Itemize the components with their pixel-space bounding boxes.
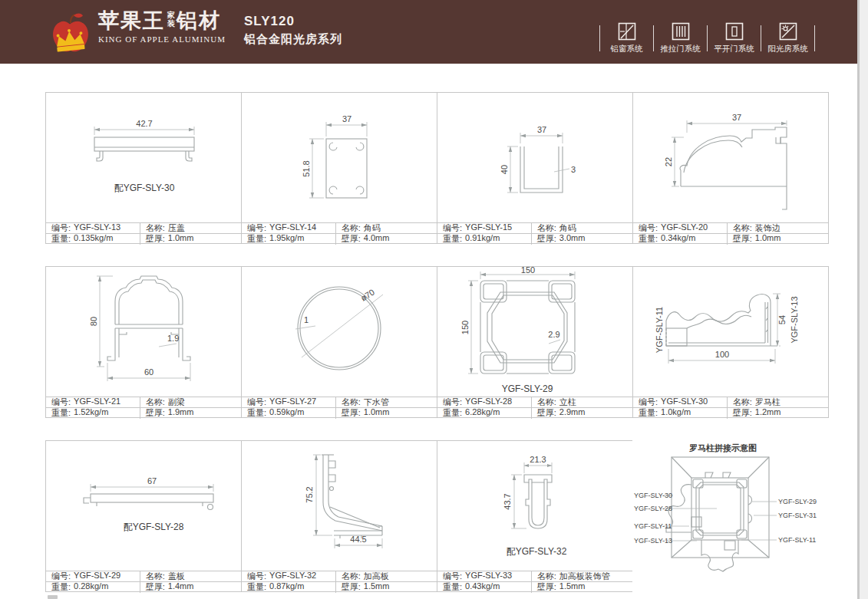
nav-sunroom-system[interactable]: 阳光房系统 — [762, 22, 814, 54]
dim-label: 100 — [715, 350, 729, 359]
product-cell-ygf-sly-32: 75.2 44.5 编号:YGF-SLY-32 名称:加高板 重量:0.87kg… — [241, 440, 437, 592]
product-cell-ygf-sly-28: 150 150 2.9 YGF-SLY-29 编号:YGF-SLY-28 — [437, 266, 633, 418]
spec-thickness: 3.0mm — [559, 233, 586, 245]
spec-table: 编号:YGF-SLY-15 名称:角码 重量:0.91kg/m 壁厚:3.0mm — [437, 222, 632, 243]
profile-drawing-ygf-sly-21: 80 1.9 60 — [46, 267, 241, 398]
drawing-caption: YGF-SLY-29 — [502, 383, 553, 394]
dim-label: 22 — [664, 157, 673, 166]
series-name: 铝合金阳光房系列 — [244, 32, 342, 47]
spec-weight: 1.52kg/m — [74, 407, 108, 419]
series-code: SLY120 — [244, 14, 342, 29]
product-cell-ygf-sly-33: 21.3 43.7 配YGF-SLY-32 编号:YGF-SLY-33 名称:加… — [437, 440, 633, 592]
assembly-diagram-cell: 罗马柱拼接示意图 YGF-SLY-30 YGF-SLY — [632, 440, 829, 592]
brand-name-cn: 苹果王 — [98, 9, 165, 32]
dim-label: 67 — [147, 476, 157, 485]
page-edge-shadow — [857, 0, 868, 599]
spec-table: 编号:YGF-SLY-27 名称:下水管 重量:0.59kg/m 壁厚:1.0m… — [242, 397, 437, 417]
nav-casement-door-system[interactable]: 平开门系统 — [708, 22, 760, 54]
spec-weight: 1.95kg/m — [269, 233, 304, 245]
spec-weight: 0.87kg/m — [269, 581, 304, 593]
product-cell-ygf-sly-20: 37 22 编号:YGF-SLY-20 名称:装饰边 重量:0.34kg/m 壁… — [632, 92, 829, 244]
profile-drawing-ygf-sly-28: 150 150 2.9 YGF-SLY-29 — [437, 267, 632, 398]
dim-label: 44.5 — [350, 535, 366, 544]
spec-table: 编号:YGF-SLY-33 名称:加高板装饰管 重量:0.43kg/m 壁厚:1… — [437, 571, 632, 591]
product-cell-ygf-sly-30: YGF-SLY-11 54 YGF-SLY-13 100 编号:YGF-SLY-… — [632, 266, 829, 418]
dim-label: YGF-SLY-11 — [655, 307, 664, 353]
casement-door-system-icon — [725, 22, 744, 41]
header-bar: 苹果王 家 装 铝材 KING OF APPLE ALUMINUM SLY120… — [0, 0, 858, 64]
assembly-diagram: 罗马柱拼接示意图 YGF-SLY-30 YGF-SLY — [632, 440, 827, 592]
drawing-caption: 配YGF-SLY-32 — [507, 546, 567, 557]
spec-table: 编号:YGF-SLY-13 名称:压盖 重量:0.135kg/m 壁厚:1.0m… — [46, 222, 241, 243]
spec-thickness: 1.0mm — [755, 233, 781, 245]
profile-drawing-ygf-sly-32: 75.2 44.5 — [242, 441, 437, 572]
product-cell-ygf-sly-29: 67 配YGF-SLY-28 编号:YGF-SLY-29 名称:盖板 重量:0.… — [45, 440, 242, 592]
spec-weight: 1.0kg/m — [661, 407, 691, 419]
spec-thickness: 1.2mm — [755, 407, 781, 419]
spec-thickness: 1.4mm — [168, 581, 194, 593]
spec-thickness: 1.9mm — [168, 407, 194, 419]
spec-table: 编号:YGF-SLY-32 名称:加高板 重量:0.87kg/m 壁厚:1.5m… — [242, 571, 437, 591]
series-title-block: SLY120 铝合金阳光房系列 — [244, 14, 342, 47]
brand-logo-text: 苹果王 家 装 铝材 KING OF APPLE ALUMINUM — [98, 9, 226, 44]
product-cell-ygf-sly-21: 80 1.9 60 编号:YGF-SLY-21 名称:副梁 重量:1.52kg/… — [45, 266, 242, 418]
spec-weight: 0.59kg/m — [269, 407, 304, 419]
spec-weight: 0.135kg/m — [74, 233, 113, 245]
page-number-cutoff — [48, 595, 58, 599]
dim-label: 3 — [571, 165, 576, 174]
product-cell-ygf-sly-27: ø70 1 编号:YGF-SLY-27 名称:下水管 重量:0.59kg/m 壁… — [241, 266, 437, 418]
divider — [653, 25, 654, 51]
drawing-caption: 配YGF-SLY-30 — [114, 183, 175, 193]
profile-drawing-ygf-sly-27: ø70 1 — [242, 267, 437, 398]
dim-label: 150 — [521, 267, 535, 275]
dim-label: 37 — [732, 113, 741, 122]
brand-logo: 苹果王 家 装 铝材 KING OF APPLE ALUMINUM — [48, 9, 226, 55]
dim-label: 75.2 — [305, 486, 314, 502]
divider — [707, 25, 708, 51]
dim-label: YGF-SLY-13 — [790, 296, 799, 343]
profile-drawing-ygf-sly-15: 37 40 3 — [437, 93, 632, 224]
spec-table: 编号:YGF-SLY-30 名称:罗马柱 重量:1.0kg/m 壁厚:1.2mm — [633, 397, 828, 417]
divider — [599, 25, 600, 51]
apple-crown-logo-icon — [48, 9, 92, 55]
product-cell-ygf-sly-13: 42.7 配YGF-SLY-30 编号:YGF-SLY-13 名称:压盖 重量:… — [45, 92, 242, 244]
dim-label: 1 — [304, 315, 309, 324]
assembly-label: YGF-SLY-11 — [634, 522, 672, 530]
spec-thickness: 1.0mm — [364, 407, 390, 419]
brand-suffix-cn: 铝材 — [177, 9, 221, 32]
profile-drawing-ygf-sly-33: 21.3 43.7 配YGF-SLY-32 — [437, 441, 632, 572]
dim-label: 40 — [500, 165, 509, 174]
dim-label: 1.9 — [167, 334, 179, 343]
dim-label: ø70 — [359, 287, 376, 302]
assembly-label: YGF-SLY-13 — [634, 537, 672, 545]
spec-table: 编号:YGF-SLY-21 名称:副梁 重量:1.52kg/m 壁厚:1.9mm — [46, 397, 241, 417]
spec-weight: 0.34kg/m — [661, 233, 695, 245]
window-system-icon — [618, 22, 636, 41]
dim-label: 2.9 — [548, 330, 559, 339]
divider — [761, 25, 761, 51]
profile-drawing-ygf-sly-20: 37 22 — [633, 93, 828, 224]
profile-drawing-ygf-sly-13: 42.7 配YGF-SLY-30 — [46, 93, 241, 224]
dim-label: 150 — [460, 321, 470, 334]
assembly-label: YGF-SLY-29 — [778, 498, 817, 505]
spec-thickness: 1.5mm — [364, 581, 390, 593]
spec-table: 编号:YGF-SLY-29 名称:盖板 重量:0.28kg/m 壁厚:1.4mm — [46, 571, 241, 591]
assembly-label: YGF-SLY-31 — [778, 512, 817, 519]
spec-thickness: 1.5mm — [559, 581, 586, 593]
profile-drawing-ygf-sly-30: YGF-SLY-11 54 YGF-SLY-13 100 — [633, 267, 828, 398]
dim-label: 37 — [342, 114, 351, 123]
nav-window-system[interactable]: 铝窗系统 — [601, 22, 652, 54]
dim-label: 51.8 — [302, 160, 311, 176]
brand-tag-cn: 家 装 — [167, 11, 175, 28]
spec-weight: 0.28kg/m — [74, 581, 108, 593]
divider — [814, 25, 815, 51]
spec-table: 编号:YGF-SLY-28 名称:立柱 重量:6.28kg/m 壁厚:2.9mm — [437, 397, 632, 417]
catalog-page: 苹果王 家 装 铝材 KING OF APPLE ALUMINUM SLY120… — [0, 0, 868, 599]
nav-sliding-door-system[interactable]: 推拉门系统 — [655, 22, 706, 54]
dim-label: 43.7 — [503, 493, 512, 509]
spec-thickness: 4.0mm — [364, 233, 390, 245]
assembly-label: YGF-SLY-28 — [634, 505, 672, 512]
dim-label: 60 — [144, 367, 153, 377]
sunroom-system-icon — [779, 22, 797, 41]
assembly-label: YGF-SLY-11 — [778, 536, 816, 544]
